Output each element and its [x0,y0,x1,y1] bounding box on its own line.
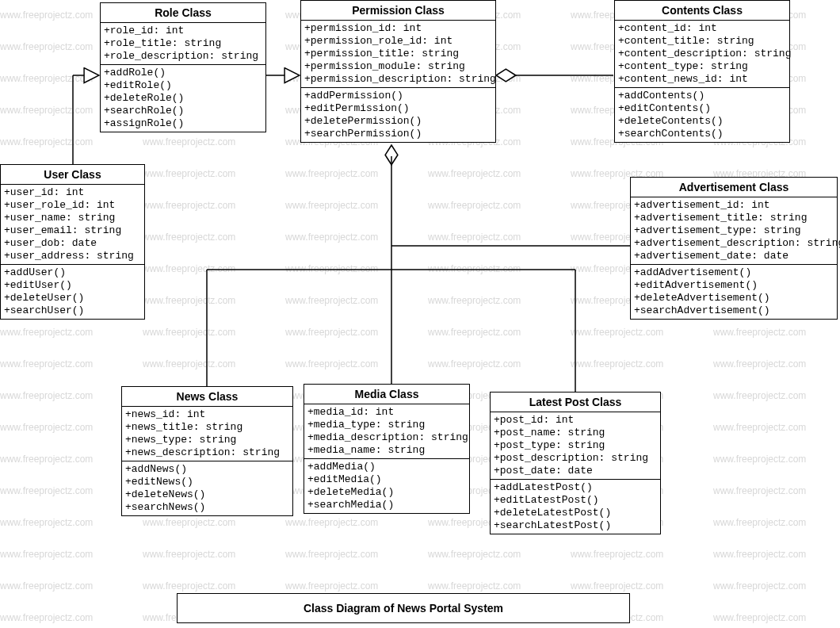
class-attributes: +permission_id: int+permission_role_id: … [301,21,495,88]
class-member: +searchNews() [125,501,289,514]
class-operations: +addUser()+editUser()+deleteUser()+searc… [1,265,144,319]
class-member: +editMedia() [307,473,466,486]
class-member: +editAdvertisement() [634,279,834,292]
watermark: www.freeprojectz.com [713,390,806,401]
class-member: +searchPermission() [304,128,492,140]
class-member: +deleteAdvertisement() [634,292,834,304]
watermark: www.freeprojectz.com [0,136,93,147]
watermark: www.freeprojectz.com [143,168,235,179]
watermark: www.freeprojectz.com [428,580,521,592]
class-media: Media Class +media_id: int+media_type: s… [304,384,470,514]
caption-text: Class Diagram of News Portal System [304,602,503,615]
watermark: www.freeprojectz.com [143,580,235,592]
class-member: +advertisement_description: string [634,237,834,250]
class-member: +user_dob: date [4,237,141,250]
class-member: +searchUser() [4,304,141,317]
class-member: +user_role_id: int [4,199,141,212]
class-member: +news_id: int [125,408,289,421]
class-title: User Class [1,165,144,185]
watermark: www.freeprojectz.com [428,327,521,338]
class-member: +permission_description: string [304,73,492,86]
class-member: +media_type: string [307,419,466,431]
class-member: +permission_module: string [304,60,492,73]
class-member: +searchRole() [104,105,262,117]
watermark: www.freeprojectz.com [0,612,93,623]
class-news: News Class +news_id: int+news_title: str… [121,386,293,516]
class-contents: Contents Class +content_id: int+content_… [614,0,790,143]
class-attributes: +role_id: int+role_title: string+role_de… [101,23,265,65]
class-member: +post_date: date [494,465,657,477]
class-member: +post_type: string [494,439,657,452]
watermark: www.freeprojectz.com [571,327,663,338]
class-member: +post_id: int [494,414,657,427]
class-member: +post_description: string [494,452,657,465]
watermark: www.freeprojectz.com [0,454,93,465]
watermark: www.freeprojectz.com [0,549,93,560]
class-member: +content_id: int [618,22,786,35]
watermark: www.freeprojectz.com [571,358,663,370]
watermark: www.freeprojectz.com [713,454,806,465]
diagram-caption: Class Diagram of News Portal System [177,593,630,623]
class-member: +editContents() [618,102,786,115]
watermark: www.freeprojectz.com [0,485,93,496]
watermark: www.freeprojectz.com [143,200,235,211]
watermark: www.freeprojectz.com [143,358,235,370]
class-title: Media Class [304,385,469,404]
class-advertisement: Advertisement Class +advertisement_id: i… [630,177,838,320]
class-member: +searchMedia() [307,499,466,511]
class-attributes: +post_id: int+post_name: string+post_typ… [491,412,660,480]
class-member: +news_title: string [125,421,289,434]
class-title: Advertisement Class [631,178,837,197]
watermark: www.freeprojectz.com [143,549,235,560]
watermark: www.freeprojectz.com [285,517,378,528]
watermark: www.freeprojectz.com [428,295,521,306]
class-member: +role_title: string [104,37,262,50]
class-member: +content_type: string [618,60,786,73]
watermark: www.freeprojectz.com [143,232,235,243]
watermark: www.freeprojectz.com [713,485,806,496]
watermark: www.freeprojectz.com [285,263,378,274]
class-member: +deleteRole() [104,92,262,105]
class-operations: +addAdvertisement()+editAdvertisement()+… [631,265,837,319]
watermark: www.freeprojectz.com [143,295,235,306]
watermark: www.freeprojectz.com [0,41,93,52]
class-member: +user_address: string [4,250,141,262]
watermark: www.freeprojectz.com [0,517,93,528]
watermark: www.freeprojectz.com [713,358,806,370]
watermark: www.freeprojectz.com [428,200,521,211]
class-member: +editUser() [4,279,141,292]
class-member: +user_id: int [4,186,141,199]
class-permission: Permission Class +permission_id: int+per… [300,0,496,143]
class-member: +media_description: string [307,431,466,444]
class-member: +deleteNews() [125,488,289,501]
class-member: +editPermission() [304,102,492,115]
watermark: www.freeprojectz.com [428,168,521,179]
class-member: +searchContents() [618,128,786,140]
watermark: www.freeprojectz.com [0,580,93,592]
class-member: +deleteMedia() [307,486,466,499]
class-title: Permission Class [301,1,495,21]
watermark: www.freeprojectz.com [143,136,235,147]
watermark: www.freeprojectz.com [143,517,235,528]
class-member: +post_name: string [494,427,657,439]
class-member: +assignRole() [104,117,262,130]
class-operations: +addLatestPost()+editLatestPost()+delete… [491,480,660,534]
class-role: Role Class +role_id: int+role_title: str… [100,2,266,132]
class-member: +user_name: string [4,212,141,224]
watermark: www.freeprojectz.com [713,422,806,433]
class-member: +addLatestPost() [494,481,657,494]
class-member: +addAdvertisement() [634,266,834,279]
watermark: www.freeprojectz.com [428,549,521,560]
class-member: +advertisement_type: string [634,224,834,237]
watermark: www.freeprojectz.com [143,327,235,338]
class-title: Latest Post Class [491,392,660,412]
watermark: www.freeprojectz.com [285,168,378,179]
class-member: +addNews() [125,463,289,476]
watermark: www.freeprojectz.com [285,232,378,243]
class-member: +addPermission() [304,90,492,102]
class-attributes: +advertisement_id: int+advertisement_tit… [631,197,837,265]
class-member: +addMedia() [307,461,466,473]
watermark: www.freeprojectz.com [0,105,93,116]
watermark: www.freeprojectz.com [713,517,806,528]
class-member: +permission_title: string [304,48,492,60]
